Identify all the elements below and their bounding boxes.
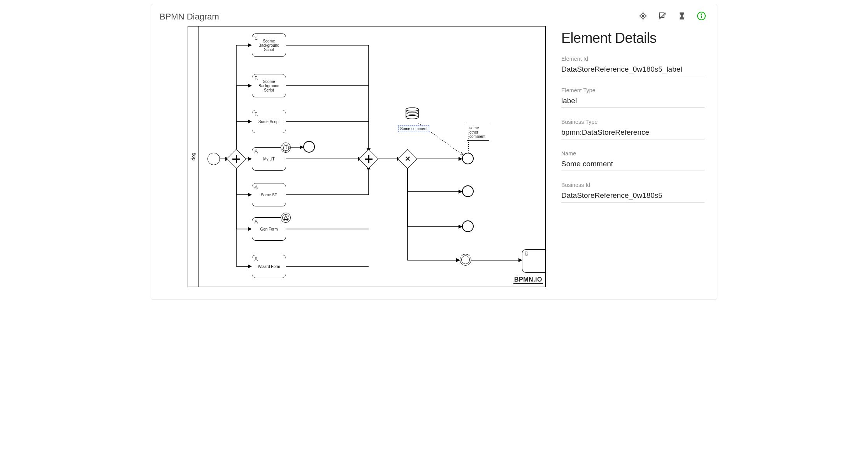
task-my-ut[interactable]: My UT bbox=[252, 147, 286, 171]
diagram-card: BPMN Diagram dog bbox=[151, 4, 717, 300]
svg-point-12 bbox=[406, 116, 418, 119]
task-clipped[interactable] bbox=[522, 249, 546, 273]
svg-point-5 bbox=[701, 14, 702, 15]
field-business-id: Business Id DataStoreReference_0w180s5 bbox=[561, 182, 705, 203]
field-label: Element Type bbox=[561, 87, 705, 93]
task-scome-bg-1[interactable]: Scome Background Script bbox=[252, 33, 286, 57]
end-event-timer[interactable] bbox=[303, 141, 315, 153]
text-annotation[interactable]: some other comment bbox=[467, 124, 489, 141]
hourglass-icon[interactable] bbox=[677, 11, 687, 22]
end-event-3[interactable] bbox=[462, 220, 474, 232]
bpmn-canvas[interactable]: dog bbox=[188, 26, 546, 287]
boundary-signal[interactable] bbox=[281, 213, 291, 223]
card-title: BPMN Diagram bbox=[160, 12, 219, 22]
end-event-1[interactable] bbox=[462, 153, 474, 164]
annotation-text: some other comment bbox=[469, 126, 485, 139]
intermediate-event[interactable] bbox=[460, 254, 471, 266]
service-icon bbox=[254, 185, 258, 190]
panel-title: Element Details bbox=[561, 30, 705, 46]
field-business-type: Business Type bpmn:DataStoreReference bbox=[561, 119, 705, 139]
svg-point-6 bbox=[255, 150, 257, 152]
svg-point-7 bbox=[283, 145, 289, 151]
script-icon bbox=[254, 76, 258, 81]
task-some-st[interactable]: Some ST bbox=[252, 183, 286, 206]
task-label: Gen Form bbox=[260, 227, 278, 231]
field-value[interactable]: DataStoreReference_0w180s5 bbox=[561, 190, 705, 203]
data-store[interactable] bbox=[405, 107, 419, 119]
user-icon bbox=[254, 257, 258, 261]
field-value[interactable]: bpmn:DataStoreReference bbox=[561, 127, 705, 139]
end-event-2[interactable] bbox=[462, 185, 474, 197]
task-wizard-form[interactable]: Wizard Form bbox=[252, 255, 286, 278]
field-value[interactable]: DataStoreReference_0w180s5_label bbox=[561, 63, 705, 76]
script-icon bbox=[254, 112, 258, 116]
task-gen-form[interactable]: Gen Form bbox=[252, 217, 286, 241]
field-label: Element Id bbox=[561, 56, 705, 62]
svg-point-10 bbox=[255, 257, 257, 259]
svg-point-8 bbox=[255, 187, 257, 188]
field-name: Name Some comment bbox=[561, 150, 705, 171]
task-some-script[interactable]: Some Script bbox=[252, 110, 286, 133]
data-store-label[interactable]: Some comment bbox=[398, 125, 429, 132]
field-value[interactable]: Some comment bbox=[561, 158, 705, 171]
task-scome-bg-2[interactable]: Scome Background Script bbox=[252, 74, 286, 97]
task-label: My UT bbox=[263, 157, 274, 161]
toolbar bbox=[638, 11, 708, 22]
locate-icon[interactable] bbox=[638, 11, 648, 22]
field-label: Business Id bbox=[561, 182, 705, 188]
field-element-type: Element Type label bbox=[561, 87, 705, 108]
script-icon bbox=[254, 35, 258, 40]
boundary-timer[interactable] bbox=[281, 143, 291, 153]
task-label: Scome Background Script bbox=[254, 79, 284, 92]
bpmn-io-logo[interactable]: BPMN.iO bbox=[513, 276, 543, 284]
task-label: Some Script bbox=[258, 120, 279, 124]
svg-point-1 bbox=[642, 15, 644, 17]
svg-point-9 bbox=[255, 220, 257, 222]
user-icon bbox=[254, 149, 258, 154]
element-details-panel: Element Details Element Id DataStoreRefe… bbox=[553, 26, 712, 295]
info-icon[interactable] bbox=[697, 11, 706, 22]
user-icon bbox=[254, 219, 258, 224]
svg-point-11 bbox=[406, 108, 418, 111]
field-label: Name bbox=[561, 150, 705, 157]
task-label: Scome Background Script bbox=[254, 39, 284, 52]
task-label: Some ST bbox=[261, 193, 277, 197]
script-icon bbox=[524, 251, 529, 256]
field-element-id: Element Id DataStoreReference_0w180s5_la… bbox=[561, 56, 705, 76]
field-value[interactable]: label bbox=[561, 95, 705, 108]
field-label: Business Type bbox=[561, 119, 705, 125]
task-label: Wizard Form bbox=[258, 264, 280, 269]
card-header: BPMN Diagram bbox=[156, 7, 712, 26]
start-event[interactable] bbox=[207, 153, 220, 165]
drawing-off-icon[interactable] bbox=[658, 11, 667, 22]
